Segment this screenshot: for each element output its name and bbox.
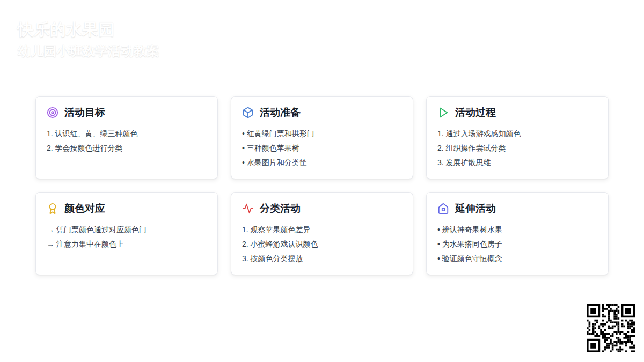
card-item-list: 1. 认识红、黄、绿三种颜色 2. 学会按颜色进行分类 [47,127,207,156]
card-activity-process: 活动过程 1. 通过入场游戏感知颜色 2. 组织操作尝试分类 3. 发展扩散思维 [426,96,609,179]
card-title: 活动过程 [455,106,496,119]
page-title: 快乐的水果园 [18,19,159,40]
list-item: 3. 发展扩散思维 [437,156,597,170]
card-item-list: → 凭门票颜色通过对应颜色门 → 注意力集中在颜色上 [47,223,207,252]
card-header: 分类活动 [242,202,402,215]
award-icon [47,203,58,215]
page-header: 快乐的水果园 幼儿园小班数学活动教案 [18,19,159,59]
card-title: 颜色对应 [64,202,105,215]
target-icon [47,107,58,119]
list-item: 1. 通过入场游戏感知颜色 [437,127,597,141]
card-extension-activity: 延伸活动 • 辨认神奇果树水果 • 为水果搭同色房子 • 验证颜色守恒概念 [426,192,609,275]
card-header: 活动目标 [47,106,207,119]
card-sorting-activity: 分类活动 1. 观察苹果颜色差异 2. 小蜜蜂游戏认识颜色 3. 按颜色分类摆放 [231,192,413,275]
page-subtitle: 幼儿园小班数学活动教案 [18,43,159,59]
list-item: 2. 组织操作尝试分类 [437,141,597,156]
card-title: 分类活动 [260,202,301,215]
list-item: 1. 观察苹果颜色差异 [242,223,402,237]
card-title: 延伸活动 [455,202,496,215]
list-item: 2. 小蜜蜂游戏认识颜色 [242,237,402,252]
list-item: 2. 学会按颜色进行分类 [47,141,207,156]
play-icon [437,107,449,119]
card-item-list: • 红黄绿门票和拱形门 • 三种颜色苹果树 • 水果图片和分类筐 [242,127,402,170]
list-item: → 凭门票颜色通过对应颜色门 [47,223,207,237]
card-grid: 活动目标 1. 认识红、黄、绿三种颜色 2. 学会按颜色进行分类 活动准备 • … [35,96,609,275]
home-icon [437,203,449,215]
list-item: • 三种颜色苹果树 [242,141,402,156]
list-item: → 注意力集中在颜色上 [47,237,207,252]
card-title: 活动目标 [64,106,105,119]
card-item-list: 1. 观察苹果颜色差异 2. 小蜜蜂游戏认识颜色 3. 按颜色分类摆放 [242,223,402,266]
list-item: • 水果图片和分类筐 [242,156,402,170]
list-item: 3. 按颜色分类摆放 [242,252,402,266]
list-item: • 红黄绿门票和拱形门 [242,127,402,141]
card-item-list: • 辨认神奇果树水果 • 为水果搭同色房子 • 验证颜色守恒概念 [437,223,597,266]
list-item: 1. 认识红、黄、绿三种颜色 [47,127,207,141]
lesson-plan-page: 快乐的水果园 幼儿园小班数学活动教案 活动目标 1. 认识红、黄、绿三种颜色 2… [0,0,644,362]
card-title: 活动准备 [260,106,301,119]
card-header: 颜色对应 [47,202,207,215]
card-activity-goals: 活动目标 1. 认识红、黄、绿三种颜色 2. 学会按颜色进行分类 [35,96,218,179]
card-activity-preparation: 活动准备 • 红黄绿门票和拱形门 • 三种颜色苹果树 • 水果图片和分类筐 [231,96,413,179]
activity-icon [242,203,254,215]
list-item: • 为水果搭同色房子 [437,237,597,252]
card-color-matching: 颜色对应 → 凭门票颜色通过对应颜色门 → 注意力集中在颜色上 [35,192,218,275]
box-icon [242,107,254,119]
card-header: 延伸活动 [437,202,597,215]
list-item: • 辨认神奇果树水果 [437,223,597,237]
qr-code [587,304,635,352]
card-header: 活动过程 [437,106,597,119]
card-item-list: 1. 通过入场游戏感知颜色 2. 组织操作尝试分类 3. 发展扩散思维 [437,127,597,170]
list-item: • 验证颜色守恒概念 [437,252,597,266]
card-header: 活动准备 [242,106,402,119]
